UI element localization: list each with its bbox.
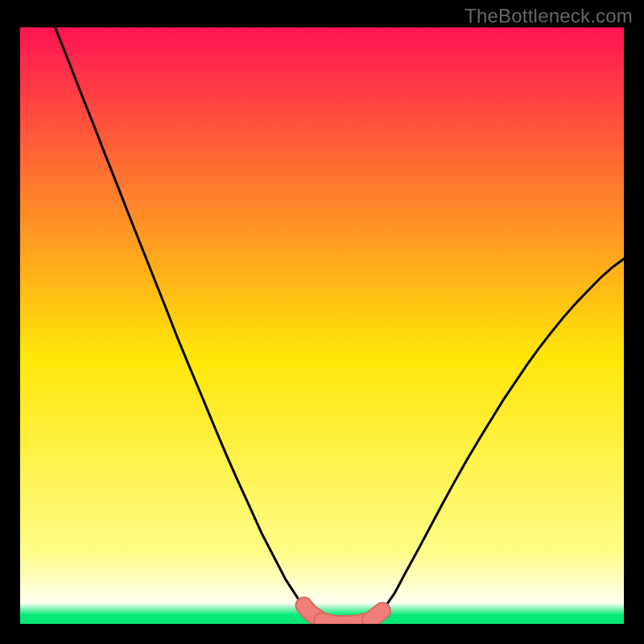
bottom-flat-marker [322, 621, 365, 624]
right-end-marker [370, 611, 382, 621]
attribution-text: TheBottleneck.com [464, 5, 633, 27]
gradient-background [20, 27, 624, 624]
chart-frame: TheBottleneck.com [0, 0, 644, 644]
plot-area [20, 27, 624, 624]
bottleneck-chart-svg [20, 27, 624, 624]
